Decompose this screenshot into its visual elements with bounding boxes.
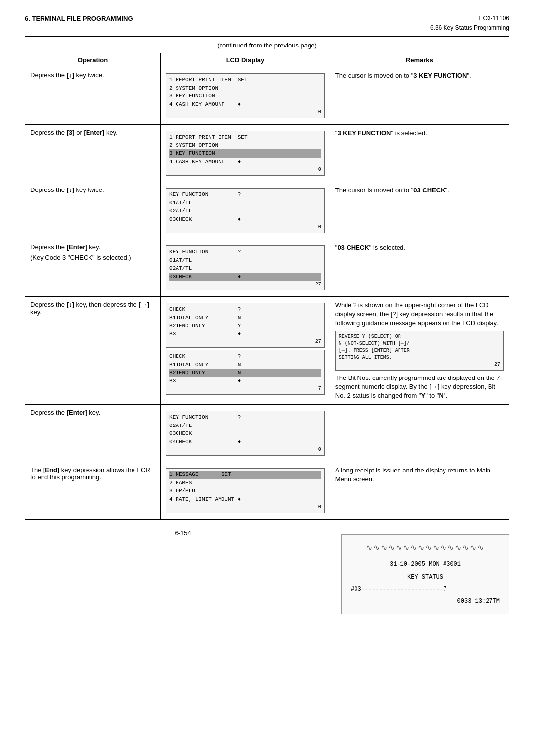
header-lcd: LCD Display [161,53,330,67]
remarks-cell: "3 KEY FUNCTION" is selected. [330,125,509,182]
remarks-cell: While ? is shown on the upper-right corn… [330,297,509,405]
remarks-cell: The cursor is moved on to "03 CHECK". [330,182,509,239]
operation-text: The [End] key depression allows the ECR … [30,466,155,481]
lcd-display: KEY FUNCTION ?02AT/TL03CHECK04CHECK ♦0 [166,411,325,456]
operation-text: Depress the [↓] key twice. [30,186,155,193]
operation-cell: Depress the [↓] key twice. [25,182,161,239]
operation-text: Depress the [Enter] key. [30,409,155,416]
lcd-cell: 1 REPORT PRINT ITEM SET2 SYSTEM OPTION3 … [161,67,330,125]
operation-text: Depress the [3] or [Enter] key. [30,129,155,136]
remarks-text: The cursor is moved on to "03 CHECK". [335,186,504,195]
remarks-cell: A long receipt is issued and the display… [330,462,509,520]
table-row: Depress the [3] or [Enter] key.1 REPORT … [25,125,509,182]
header-remarks: Remarks [330,53,509,67]
receipt-wavy: ∿∿∿∿∿∿∿∿∿∿∿∿∿∿∿∿ [351,542,500,555]
table-row: Depress the [Enter] key.KEY FUNCTION ?02… [25,405,509,462]
guidance-box: REVERSE Y (SELECT) ORN (NOT-SELECT) WITH… [335,331,504,371]
remarks-text: "3 KEY FUNCTION" is selected. [335,129,504,138]
lcd-display: CHECK ?B1TOTAL ONLY NB2TEND ONLY NB3 ♦7 [166,350,325,395]
lcd-display: 1 MESSAGE SET2 NAMES3 DP/PLU4 RATE, LIMI… [166,468,325,513]
operation-cell: Depress the [Enter] key.(Key Code 3 "CHE… [25,239,161,297]
lcd-cell: KEY FUNCTION ?02AT/TL03CHECK04CHECK ♦0 [161,405,330,462]
table-row: Depress the [↓] key twice.1 REPORT PRINT… [25,67,509,125]
lcd-display: KEY FUNCTION ?01AT/TL02AT/TL03CHECK ♦0 [166,188,325,233]
page-header: 6. TERMINAL FILE PROGRAMMING EO3-11106 [25,15,509,22]
lcd-display: CHECK ?B1TOTAL ONLY NB2TEND ONLY YB3 ♦27 [166,303,325,348]
lcd-cell: 1 MESSAGE SET2 NAMES3 DP/PLU4 RATE, LIMI… [161,462,330,520]
operation-cell: Depress the [↓] key, then depress the [→… [25,297,161,405]
remarks-text: A long receipt is issued and the display… [335,466,504,484]
table-header-row: Operation LCD Display Remarks [25,53,509,67]
chapter-title: 6. TERMINAL FILE PROGRAMMING [25,15,133,22]
section-title: 6.36 Key Status Programming [25,24,509,31]
lcd-display: 1 REPORT PRINT ITEM SET2 SYSTEM OPTION3 … [166,131,325,176]
lcd-cell: CHECK ?B1TOTAL ONLY NB2TEND ONLY YB3 ♦27… [161,297,330,405]
continued-text: (continued from the previous page) [25,42,509,49]
receipt-line2: KEY STATUS [351,572,500,582]
remarks-text: The cursor is moved on to "3 KEY FUNCTIO… [335,71,504,80]
receipt-line3: #03-----------------------7 [351,584,500,594]
receipt-line4: 0033 13:27TM [351,596,500,606]
operation-text: (Key Code 3 "CHECK" is selected.) [30,254,155,261]
lcd-cell: 1 REPORT PRINT ITEM SET2 SYSTEM OPTION3 … [161,125,330,182]
table-row: Depress the [Enter] key.(Key Code 3 "CHE… [25,239,509,297]
operation-cell: Depress the [3] or [Enter] key. [25,125,161,182]
main-table: Operation LCD Display Remarks Depress th… [25,53,509,520]
operation-text: Depress the [↓] key twice. [30,71,155,79]
remarks-text: "03 CHECK" is selected. [335,243,504,252]
lcd-cell: KEY FUNCTION ?01AT/TL02AT/TL03CHECK ♦0 [161,182,330,239]
lcd-display: KEY FUNCTION ?01AT/TL02AT/TL03CHECK ♦27 [166,245,325,290]
receipt-content: 31-10-2005 MON #3001 KEY STATUS #03-----… [351,559,500,607]
doc-number: EO3-11106 [479,15,509,22]
remarks-text: While ? is shown on the upper-right corn… [335,301,504,328]
header-operation: Operation [25,53,161,67]
lcd-cell: KEY FUNCTION ?01AT/TL02AT/TL03CHECK ♦27 [161,239,330,297]
footer-section: ∿∿∿∿∿∿∿∿∿∿∿∿∿∿∿∿ 31-10-2005 MON #3001 KE… [25,529,509,614]
table-row: The [End] key depression allows the ECR … [25,462,509,520]
operation-cell: Depress the [Enter] key. [25,405,161,462]
table-row: Depress the [↓] key twice.KEY FUNCTION ?… [25,182,509,239]
lcd-display: 1 REPORT PRINT ITEM SET2 SYSTEM OPTION3 … [166,73,325,118]
remarks-extra-text: The Bit Nos. currently programmed are di… [335,374,504,401]
operation-text: Depress the [Enter] key. [30,243,155,251]
page-number: 6-154 [175,529,191,537]
operation-cell: The [End] key depression allows the ECR … [25,462,161,520]
receipt-line1: 31-10-2005 MON #3001 [351,559,500,569]
remarks-cell [330,405,509,462]
operation-text: Depress the [↓] key, then depress the [→… [30,301,155,316]
header-rule [25,36,509,37]
receipt-box: ∿∿∿∿∿∿∿∿∿∿∿∿∿∿∿∿ 31-10-2005 MON #3001 KE… [341,534,509,614]
operation-cell: Depress the [↓] key twice. [25,67,161,125]
table-row: Depress the [↓] key, then depress the [→… [25,297,509,405]
remarks-cell: "03 CHECK" is selected. [330,239,509,297]
remarks-cell: The cursor is moved on to "3 KEY FUNCTIO… [330,67,509,125]
